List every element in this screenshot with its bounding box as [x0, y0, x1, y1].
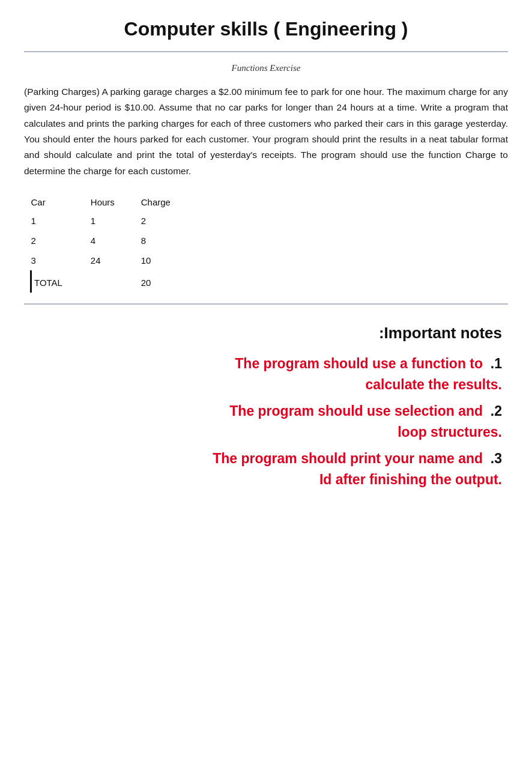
- section-subtitle: Functions Exercise: [24, 63, 508, 73]
- total-value: 20: [141, 270, 198, 293]
- note-2-line-1: The program should use selection and .2: [30, 401, 502, 422]
- charge-3: 10: [141, 251, 198, 270]
- note-item-2: The program should use selection and .2 …: [30, 401, 502, 442]
- page-title: Computer skills ( Engineering ): [24, 18, 508, 40]
- note-item-3: The program should print your name and .…: [30, 448, 502, 490]
- charge-2: 8: [141, 231, 198, 251]
- table-header-row: Car Hours Charge: [31, 193, 199, 211]
- bottom-divider: [24, 303, 508, 305]
- table-total-row: TOTAL 20: [31, 270, 199, 293]
- col-header-hours: Hours: [91, 193, 141, 211]
- col-header-car: Car: [31, 193, 91, 211]
- car-1: 1: [31, 211, 91, 231]
- note-3-line-1: The program should print your name and .…: [30, 448, 502, 469]
- note-2-line-2: .loop structures: [30, 422, 502, 443]
- hours-2: 4: [91, 231, 141, 251]
- notes-section: :Important notes The program should use …: [24, 324, 508, 490]
- problem-text: (Parking Charges) A parking garage charg…: [24, 84, 508, 179]
- page: Computer skills ( Engineering ) Function…: [0, 0, 532, 769]
- col-header-charge: Charge: [141, 193, 198, 211]
- table-row: 3 24 10: [31, 251, 199, 270]
- top-divider: [24, 51, 508, 52]
- hours-1: 1: [91, 211, 141, 231]
- hours-3: 24: [91, 251, 141, 270]
- parking-table: Car Hours Charge 1 1 2 2 4 8 3 2: [30, 193, 198, 293]
- table-row: 2 4 8: [31, 231, 199, 251]
- total-label: TOTAL: [31, 270, 91, 293]
- car-3: 3: [31, 251, 91, 270]
- important-label: :Important notes: [30, 324, 502, 342]
- parking-table-section: Car Hours Charge 1 1 2 2 4 8 3 2: [30, 193, 508, 293]
- car-2: 2: [31, 231, 91, 251]
- charge-1: 2: [141, 211, 198, 231]
- note-1-line-1: The program should use a function to .1: [30, 353, 502, 374]
- note-1-line-2: .calculate the results: [30, 374, 502, 395]
- table-row: 1 1 2: [31, 211, 199, 231]
- note-item-1: The program should use a function to .1 …: [30, 353, 502, 395]
- note-3-line-2: .Id after finishing the output: [30, 469, 502, 490]
